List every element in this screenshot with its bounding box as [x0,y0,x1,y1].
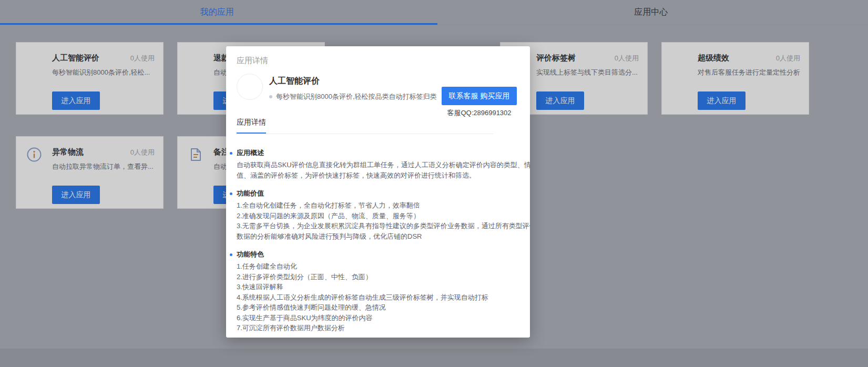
modal-tab-app-details[interactable]: 应用详情 [237,117,266,134]
contact-support-buy-button[interactable]: 联系客服 购买应用 [442,87,517,105]
modal-body: 应用概述 自动获取商品SKU评价信息直接化转为群组工单任务，通过人工语义分析确定… [237,148,519,333]
section-text: 1.任务创建全自动化2.进行多评价类型划分（正面、中性、负面）3.快速回评解释4… [237,261,519,333]
section-text: 1.全自动化创建任务，全自动化打标签，节省人力，效率翻倍2.准确发现问题的来源及… [237,200,519,241]
section-bullet-dot [230,253,232,256]
section-heading: 功能价值 [237,189,264,198]
section-function-value: 功能价值 1.全自动化创建任务，全自动化打标签，节省人力，效率翻倍2.准确发现问… [237,189,519,241]
app-tagline: 每秒智能识别8000条评价,轻松按品类自动打标签归类 [276,92,437,101]
section-bullet-dot [230,152,232,155]
app-details-modal: 应用详情 人工智能评价 每秒智能识别8000条评价,轻松按品类自动打标签归类 联… [226,46,530,338]
section-heading: 应用概述 [237,148,264,158]
modal-tab-bar: 应用详情 [237,117,493,134]
section-heading: 功能特色 [237,250,264,259]
modal-title: 应用详情 [237,56,519,65]
section-app-overview: 应用概述 自动获取商品SKU评价信息直接化转为群组工单任务，通过人工语义分析确定… [237,148,519,180]
support-qq-number: 客服QQ:2896991302 [437,108,522,118]
app-avatar [237,74,263,100]
app-name: 人工智能评价 [269,76,437,87]
page: 我的应用 应用中心 人工智能评价 0人使用 每秒智能识别8000条评价,轻松..… [0,0,868,367]
section-text: 自动获取商品SKU评价信息直接化转为群组工单任务，通过人工语义分析确定评价内容的… [237,160,519,180]
tagline-bullet-dot [269,95,272,98]
section-bullet-dot [230,192,232,195]
section-function-features: 功能特色 1.任务创建全自动化2.进行多评价类型划分（正面、中性、负面）3.快速… [237,250,519,333]
